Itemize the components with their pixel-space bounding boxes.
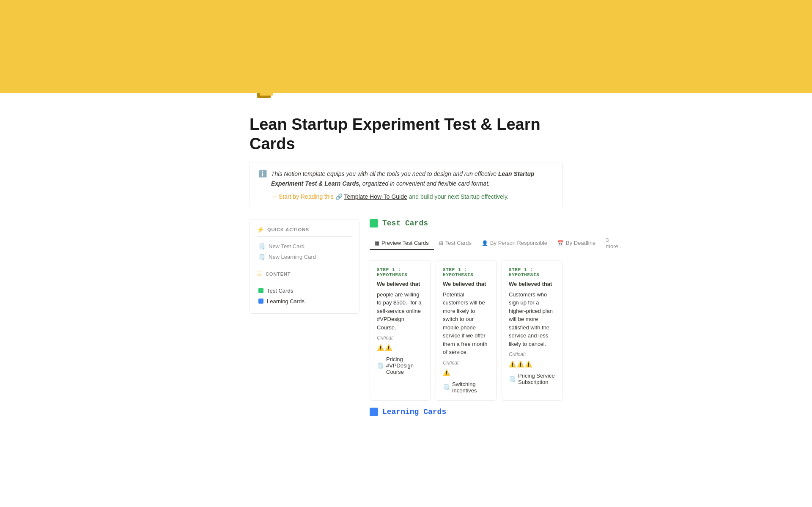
card-2-critical-label: Critical: [443,360,489,366]
card-1-title-row: 🗒️ Pricing #VPDesign Course [377,356,423,375]
two-col-layout: ⚡ QUICK ACTIONS 🗒️ New Test Card 🗒️ New … [250,219,562,416]
callout-arrow-text: → Start by Reading this [271,193,334,200]
content-header: ☰ CONTENT [257,271,352,281]
card-3-hypothesis-label: We believed that [509,281,555,287]
card-1-hypothesis-label: We believed that [377,281,423,287]
card-1-step-label: STEP 1 : HYPOTHESIS [377,267,423,277]
sidebar-item-test-cards[interactable]: Test Cards [257,285,352,296]
sidebar-item-new-learning-card[interactable]: 🗒️ New Learning Card [257,252,352,262]
content-label: CONTENT [266,271,291,277]
card-1-title: Pricing #VPDesign Course [386,356,423,375]
content-icon: ☰ [257,271,262,277]
tab-by-deadline-label: By Deadline [566,240,595,246]
tab-test-cards-label: Test Cards [445,240,472,246]
callout-box: ℹ️ This Notion template equips you with … [250,162,562,207]
card-3-body: Customers who sign up for a higher-price… [509,290,555,348]
section-title-row: Test Cards [370,219,562,227]
quick-actions-section: ⚡ QUICK ACTIONS 🗒️ New Test Card 🗒️ New … [257,226,352,262]
tab-by-person-label: By Person Responsible [490,240,547,246]
card-1-title-icon: 🗒️ [377,362,384,369]
card-3-title-icon: 🗒️ [509,376,516,382]
new-test-card-icon: 🗒️ [258,243,265,249]
tab-by-person[interactable]: 👤 By Person Responsible [477,236,552,249]
info-icon: ℹ️ [258,170,267,178]
card-3-step-label: STEP 1 : HYPOTHESIS [509,267,555,277]
bottom-section-title-row: Learning Cards [370,408,562,416]
card-2-title-row: 🗒️ Switching Incentives [443,381,489,394]
card-1-warnings: ⚠️⚠️ [377,344,423,351]
tab-deadline-icon: 📅 [557,240,564,246]
header-banner [0,0,812,93]
callout-text: This Notion template equips you with all… [271,169,554,188]
sidebar-item-new-learning-card-label: New Learning Card [269,254,316,260]
tab-by-deadline[interactable]: 📅 By Deadline [552,236,601,249]
tab-more[interactable]: 3 more... [601,233,628,253]
card-2-hypothesis-label: We believed that [443,281,489,287]
cards-grid: STEP 1 : HYPOTHESIS We believed that peo… [370,260,562,401]
card-2-warnings: ⚠️ [443,369,489,376]
tab-preview-test-cards[interactable]: ▦ Preview Test Cards [370,236,434,249]
card-2-title: Switching Incentives [452,381,489,394]
test-card-3[interactable]: STEP 1 : HYPOTHESIS We believed that Cus… [502,260,562,401]
sidebar-test-cards-label: Test Cards [267,288,293,294]
test-cards-section: Test Cards ▦ Preview Test Cards ⊞ Test C… [370,219,562,401]
quick-actions-label: QUICK ACTIONS [267,227,309,232]
quick-actions-header: ⚡ QUICK ACTIONS [257,226,352,237]
card-3-title-row: 🗒️ Pricing Service Subscription [509,373,555,385]
callout-text-after: organized in convenient and flexible car… [361,180,490,187]
card-1-body: people are willing to pay $500.- for a s… [377,290,423,332]
callout-text-before: This Notion template equips you with all… [271,170,498,177]
content-section: ☰ CONTENT Test Cards Learning Cards [257,271,352,307]
test-card-2[interactable]: STEP 1 : HYPOTHESIS We believed that Pot… [436,260,497,401]
card-3-critical-label: Critical: [509,351,555,357]
callout-link-emoji: 🔗 [335,193,343,200]
tab-test-cards-icon: ⊞ [439,240,443,246]
callout-link-line: → Start by Reading this 🔗 Template How-T… [271,193,554,200]
sidebar-item-new-test-card-label: New Test Card [269,243,304,249]
card-1-critical-label: Critical: [377,335,423,341]
tab-preview-label: Preview Test Cards [381,240,429,246]
bottom-section: Learning Cards [370,408,562,416]
callout-green-text: and build your next Startup effectively. [409,193,509,200]
tab-test-cards[interactable]: ⊞ Test Cards [434,236,477,249]
main-content: Test Cards ▦ Preview Test Cards ⊞ Test C… [370,219,562,416]
new-learning-card-icon: 🗒️ [258,254,265,260]
test-card-1[interactable]: STEP 1 : HYPOTHESIS We believed that peo… [370,260,431,401]
section-green-square-icon [370,219,378,227]
tab-person-icon: 👤 [482,240,488,246]
card-2-step-label: STEP 1 : HYPOTHESIS [443,267,489,277]
card-2-body: Potential customers will be more likely … [443,290,489,356]
sidebar-learning-cards-label: Learning Cards [267,298,304,304]
blue-square-icon [258,299,263,304]
card-3-title: Pricing Service Subscription [518,373,555,385]
section-blue-square-icon [370,408,378,416]
tabs-row: ▦ Preview Test Cards ⊞ Test Cards 👤 By P… [370,233,562,253]
card-2-title-icon: 🗒️ [443,384,450,390]
card-3-warnings: ⚠️⚠️⚠️ [509,361,555,367]
tab-more-label: 3 more... [606,237,623,249]
bottom-section-title: Learning Cards [382,408,446,416]
callout-link[interactable]: Template How-To Guide [344,193,407,200]
page-title: Lean Startup Experiment Test & Learn Car… [250,115,562,153]
green-square-icon [258,288,263,293]
section-title: Test Cards [382,219,428,227]
lightning-icon: ⚡ [257,226,264,233]
sidebar: ⚡ QUICK ACTIONS 🗒️ New Test Card 🗒️ New … [250,219,359,314]
tab-preview-icon: ▦ [375,240,379,246]
sidebar-item-new-test-card[interactable]: 🗒️ New Test Card [257,241,352,252]
sidebar-item-learning-cards[interactable]: Learning Cards [257,296,352,307]
